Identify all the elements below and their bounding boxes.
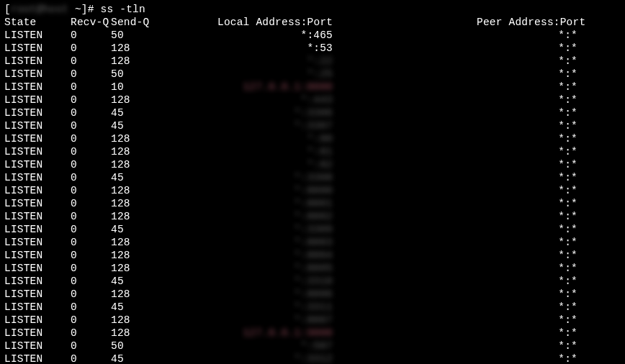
- header-peer: Peer Address:Port: [477, 16, 577, 29]
- prompt-symbol: ]#: [81, 4, 94, 15]
- cell-local-address: *:53: [217, 42, 333, 55]
- cell-peer-address: *:*: [477, 145, 577, 158]
- table-row: LISTEN010127.0.0.1:8080*:*: [4, 81, 621, 94]
- cell-local-address: *:8002: [217, 210, 333, 223]
- cell-state: LISTEN: [4, 340, 71, 352]
- cell-local-address: *:3309: [217, 223, 333, 236]
- cell-state: LISTEN: [4, 171, 71, 184]
- cell-state: LISTEN: [4, 262, 71, 275]
- cell-local-address: *:8006: [217, 288, 333, 301]
- cell-sendq: 45: [111, 171, 217, 184]
- cell-peer-address: *:*: [477, 158, 577, 171]
- cell-state: LISTEN: [4, 301, 71, 314]
- cell-local-address: *:3306: [217, 106, 333, 119]
- cell-local-address: *:3311: [217, 301, 333, 314]
- table-row: LISTEN045*:3310*:*: [4, 275, 621, 288]
- table-row: LISTEN050*:465*:*: [4, 29, 621, 42]
- cell-recvq: 0: [71, 171, 111, 184]
- cell-sendq: 45: [111, 352, 217, 364]
- cell-recvq: 0: [71, 184, 111, 197]
- cell-sendq: 45: [111, 301, 217, 314]
- table-row: LISTEN0128*:8000*:*: [4, 184, 621, 197]
- table-row: LISTEN045*:3312*:*: [4, 352, 621, 364]
- cell-state: LISTEN: [4, 81, 71, 94]
- cell-state: LISTEN: [4, 184, 71, 197]
- table-row: LISTEN050*:25*:*: [4, 68, 621, 81]
- table-row: LISTEN0128*:80*:*: [4, 132, 621, 145]
- cell-sendq: 128: [111, 210, 217, 223]
- cell-peer-address: *:*: [477, 236, 577, 249]
- prompt-space2: [94, 4, 101, 15]
- cell-state: LISTEN: [4, 94, 71, 106]
- cell-local-address: *:3310: [217, 275, 333, 288]
- cell-peer-address: *:*: [477, 132, 577, 145]
- cell-peer-address: *:*: [477, 352, 577, 364]
- cell-sendq: 50: [111, 340, 217, 352]
- cell-peer-address: *:*: [477, 275, 577, 288]
- cell-local-address: *:465: [217, 29, 333, 42]
- table-row: LISTEN0128*:8001*:*: [4, 197, 621, 210]
- cell-peer-address: *:*: [477, 223, 577, 236]
- cell-recvq: 0: [71, 29, 111, 42]
- cell-peer-address: *:*: [477, 288, 577, 301]
- cell-state: LISTEN: [4, 119, 71, 132]
- table-row: LISTEN045*:3309*:*: [4, 223, 621, 236]
- cell-recvq: 0: [71, 301, 111, 314]
- header-state: State: [4, 16, 71, 29]
- table-row: LISTEN0128*:443*:*: [4, 94, 621, 106]
- cell-peer-address: *:*: [477, 94, 577, 106]
- cell-sendq: 128: [111, 184, 217, 197]
- cell-peer-address: *:*: [477, 301, 577, 314]
- cell-sendq: 128: [111, 197, 217, 210]
- cell-sendq: 128: [111, 42, 217, 55]
- cell-state: LISTEN: [4, 132, 71, 145]
- cell-peer-address: *:*: [477, 184, 577, 197]
- cell-sendq: 45: [111, 223, 217, 236]
- cell-sendq: 128: [111, 249, 217, 262]
- cell-recvq: 0: [71, 249, 111, 262]
- cell-peer-address: *:*: [477, 314, 577, 327]
- cell-state: LISTEN: [4, 288, 71, 301]
- cell-recvq: 0: [71, 158, 111, 171]
- cell-sendq: 45: [111, 106, 217, 119]
- table-row: LISTEN0128*:8006*:*: [4, 288, 621, 301]
- cell-recvq: 0: [71, 236, 111, 249]
- header-sendq: Send-Q: [111, 16, 217, 29]
- table-row: LISTEN0128*:8003*:*: [4, 236, 621, 249]
- table-row: LISTEN0128*:22*:*: [4, 55, 621, 68]
- cell-state: LISTEN: [4, 197, 71, 210]
- table-row: LISTEN0128*:81*:*: [4, 145, 621, 158]
- cell-peer-address: *:*: [477, 197, 577, 210]
- cell-state: LISTEN: [4, 210, 71, 223]
- prompt-path: ~: [75, 4, 81, 15]
- table-row: LISTEN0128*:8007*:*: [4, 314, 621, 327]
- cell-recvq: 0: [71, 42, 111, 55]
- cell-local-address: *:3307: [217, 119, 333, 132]
- cell-state: LISTEN: [4, 68, 71, 81]
- cell-peer-address: *:*: [477, 81, 577, 94]
- cell-peer-address: *:*: [477, 171, 577, 184]
- table-row: LISTEN045*:3308*:*: [4, 171, 621, 184]
- cell-state: LISTEN: [4, 106, 71, 119]
- cell-local-address: *:8003: [217, 236, 333, 249]
- cell-recvq: 0: [71, 314, 111, 327]
- cell-sendq: 128: [111, 327, 217, 340]
- cell-recvq: 0: [71, 197, 111, 210]
- cell-local-address: *:22: [217, 55, 333, 68]
- cell-local-address: *:80: [217, 132, 333, 145]
- cell-sendq: 50: [111, 29, 217, 42]
- cell-peer-address: *:*: [477, 340, 577, 352]
- cell-recvq: 0: [71, 275, 111, 288]
- cell-sendq: 45: [111, 275, 217, 288]
- cell-recvq: 0: [71, 340, 111, 352]
- cell-local-address: *:587: [217, 340, 333, 352]
- cell-local-address: 127.0.0.1:8080: [217, 81, 333, 94]
- table-row: LISTEN0128*:8004*:*: [4, 249, 621, 262]
- cell-sendq: 128: [111, 55, 217, 68]
- table-row: LISTEN0128127.0.0.1:9000*:*: [4, 327, 621, 340]
- cell-recvq: 0: [71, 55, 111, 68]
- cell-local-address: *:8005: [217, 262, 333, 275]
- table-row: LISTEN045*:3307*:*: [4, 119, 621, 132]
- cell-peer-address: *:*: [477, 68, 577, 81]
- cell-peer-address: *:*: [477, 42, 577, 55]
